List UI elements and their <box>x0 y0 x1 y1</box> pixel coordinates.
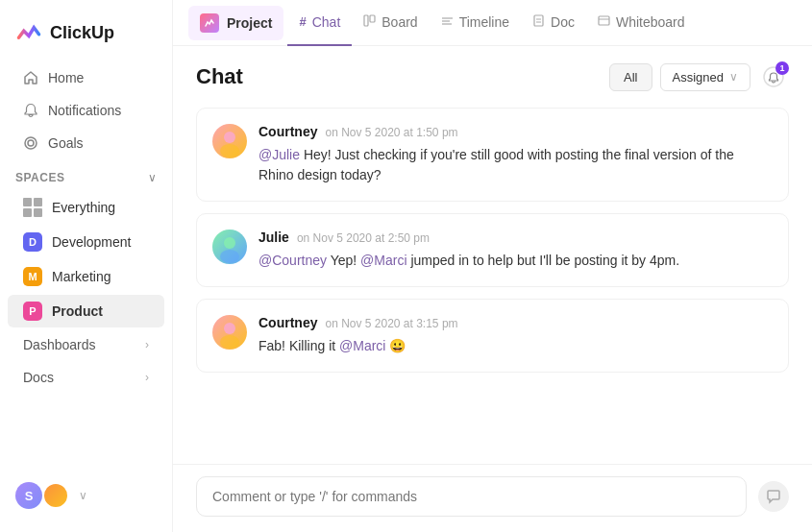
message-3-prefix: Fab! Killing it <box>258 338 339 353</box>
space-marketing-label: Marketing <box>52 269 111 284</box>
nav-item-home[interactable]: Home <box>8 62 164 93</box>
tab-doc[interactable]: Doc <box>521 0 586 46</box>
tab-board-label: Board <box>381 14 417 30</box>
dashboards-label: Dashboards <box>23 337 96 352</box>
message-3-content: Courtney on Nov 5 2020 at 3:15 pm Fab! K… <box>258 315 773 356</box>
spaces-header: Spaces ∨ <box>0 159 172 190</box>
message-3-time: on Nov 5 2020 at 3:15 pm <box>325 317 457 330</box>
message-2-meta: Julie on Nov 5 2020 at 2:50 pm <box>258 230 773 245</box>
logo-area: ClickUp <box>0 12 172 61</box>
timeline-icon <box>441 14 454 30</box>
tab-timeline[interactable]: Timeline <box>430 0 521 46</box>
dashboards-chevron-icon: › <box>145 338 149 351</box>
send-button[interactable] <box>758 481 789 512</box>
messages-area: Courtney on Nov 5 2020 at 1:50 pm @Julie… <box>173 100 812 464</box>
message-card-1: Courtney on Nov 5 2020 at 1:50 pm @Julie… <box>196 108 789 202</box>
dropdown-chevron-icon: ∨ <box>729 70 738 84</box>
filter-assigned-label: Assigned <box>673 70 724 85</box>
speech-bubble-icon <box>766 489 781 504</box>
sidebar: ClickUp Home Notifications Goals Spaces … <box>0 0 173 532</box>
space-item-development[interactable]: D Development <box>8 226 164 258</box>
message-2-content: Julie on Nov 5 2020 at 2:50 pm @Courtney… <box>258 230 773 271</box>
sidebar-bottom: S ∨ <box>0 471 172 520</box>
message-2-mention2: @Marci <box>360 253 406 268</box>
avatar-courtney-2 <box>212 315 247 350</box>
filter-all-button[interactable]: All <box>609 63 652 91</box>
space-product-label: Product <box>52 303 103 319</box>
svg-point-14 <box>220 144 239 157</box>
svg-rect-10 <box>599 16 609 25</box>
svg-point-16 <box>220 250 239 263</box>
docs-label: Docs <box>23 370 54 385</box>
docs-chevron-icon: › <box>145 371 149 384</box>
message-1-author: Courtney <box>258 124 317 139</box>
message-3-meta: Courtney on Nov 5 2020 at 3:15 pm <box>258 315 773 330</box>
tab-chat-label: Chat <box>312 14 341 30</box>
tab-doc-label: Doc <box>551 14 575 30</box>
message-3-text: Fab! Killing it @Marci 😀 <box>258 336 773 356</box>
svg-point-15 <box>224 237 235 249</box>
project-label: Project <box>227 15 272 31</box>
clickup-logo-icon <box>15 19 42 46</box>
nav-item-notifications[interactable]: Notifications <box>8 95 164 126</box>
message-2-body: Yep! <box>331 253 360 268</box>
tab-board[interactable]: Board <box>352 0 429 46</box>
message-3-mention: @Marci <box>339 338 385 353</box>
chat-input[interactable] <box>196 476 747 517</box>
tab-timeline-label: Timeline <box>459 14 509 30</box>
space-item-product[interactable]: P Product <box>8 295 164 327</box>
svg-point-17 <box>224 323 235 334</box>
notification-badge: 1 <box>775 61 789 75</box>
goals-icon <box>23 135 38 151</box>
user-avatar[interactable]: S <box>15 482 42 509</box>
message-2-text: @Courtney Yep! @Marci jumped in to help … <box>258 251 773 271</box>
message-card-3: Courtney on Nov 5 2020 at 3:15 pm Fab! K… <box>196 299 789 373</box>
top-nav: Project # Chat Board Timeline Doc <box>173 0 812 46</box>
avatar-courtney-1 <box>212 124 247 158</box>
svg-rect-2 <box>364 15 368 26</box>
tab-whiteboard[interactable]: Whiteboard <box>586 0 697 46</box>
svg-point-0 <box>25 137 37 149</box>
project-button[interactable]: Project <box>188 6 283 40</box>
chat-header: Chat All Assigned ∨ 1 <box>173 46 812 100</box>
svg-rect-7 <box>534 15 543 26</box>
hash-icon: # <box>299 14 306 29</box>
svg-rect-3 <box>370 15 375 22</box>
project-icon <box>200 13 219 33</box>
message-2-author: Julie <box>258 230 289 245</box>
notification-bell[interactable]: 1 <box>758 61 789 92</box>
whiteboard-icon <box>598 14 610 30</box>
space-everything-label: Everything <box>52 200 115 215</box>
message-2-mention1: @Courtney <box>258 253 327 268</box>
message-1-mention: @Julie <box>258 147 300 162</box>
space-item-everything[interactable]: Everything <box>8 191 164 224</box>
user-avatar-2 <box>42 482 69 509</box>
everything-grid-icon <box>23 198 42 217</box>
spaces-chevron-icon[interactable]: ∨ <box>148 171 157 184</box>
message-3-emoji: 😀 <box>389 338 406 353</box>
svg-point-1 <box>28 140 34 146</box>
space-development-label: Development <box>52 234 132 250</box>
nav-item-goals[interactable]: Goals <box>8 128 164 158</box>
spaces-label: Spaces <box>15 171 64 184</box>
message-1-content: Courtney on Nov 5 2020 at 1:50 pm @Julie… <box>258 124 773 185</box>
marketing-badge: M <box>23 267 42 286</box>
section-dashboards[interactable]: Dashboards › <box>8 329 164 360</box>
nav-goals-label: Goals <box>48 135 84 151</box>
chat-actions: All Assigned ∨ 1 <box>609 61 789 92</box>
space-item-marketing[interactable]: M Marketing <box>8 260 164 293</box>
avatar-julie <box>212 230 247 264</box>
main-content: Project # Chat Board Timeline Doc <box>173 0 812 532</box>
svg-point-13 <box>224 132 235 143</box>
doc-icon <box>532 14 545 30</box>
nav-home-label: Home <box>48 70 84 85</box>
board-icon <box>363 14 376 30</box>
user-chevron-icon[interactable]: ∨ <box>79 489 87 502</box>
chat-area: Chat All Assigned ∨ 1 <box>173 46 812 532</box>
chat-input-area <box>173 464 812 532</box>
nav-notifications-label: Notifications <box>48 103 121 118</box>
tab-chat[interactable]: # Chat <box>287 0 352 46</box>
message-1-text: @Julie Hey! Just checking if you're stil… <box>258 145 773 185</box>
filter-assigned-dropdown[interactable]: Assigned ∨ <box>660 63 750 91</box>
section-docs[interactable]: Docs › <box>8 362 164 393</box>
